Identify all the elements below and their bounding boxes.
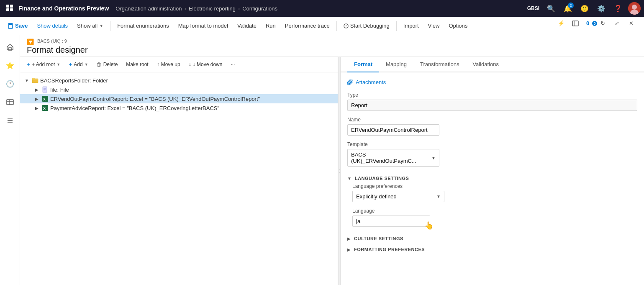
breadcrumb-config[interactable]: Configurations: [242, 5, 277, 12]
tab-transformations[interactable]: Transformations: [413, 57, 466, 72]
tree-node-root[interactable]: ▼ BACSReportsFolder: Folder: [20, 76, 338, 85]
view-button[interactable]: View: [424, 21, 444, 31]
expand-ervend-icon[interactable]: ▶: [33, 95, 40, 102]
top-nav-right: GBSI 🔍 🔔 2 🙂 ⚙️ ❓: [526, 2, 641, 15]
add-root-button[interactable]: + + Add root ▼: [23, 59, 64, 69]
add-button[interactable]: + Add ▼: [65, 59, 91, 69]
folder-icon: [32, 77, 38, 84]
sidebar-table-icon[interactable]: [2, 94, 18, 110]
name-input[interactable]: [347, 124, 439, 136]
svg-rect-0: [6, 5, 9, 8]
options-button[interactable]: Options: [444, 21, 472, 31]
run-button[interactable]: Run: [262, 21, 280, 31]
toolbar-lightning-icon[interactable]: ⚡: [558, 20, 570, 32]
filter-icon[interactable]: 🔽: [27, 39, 34, 45]
tab-mapping[interactable]: Mapping: [379, 57, 413, 72]
formatting-prefs-expand-icon: ▶: [347, 247, 351, 252]
svg-rect-8: [9, 23, 12, 25]
svg-rect-21: [43, 87, 47, 92]
toolbar-separator-1: [110, 21, 110, 31]
lang-prefs-chevron: ▼: [436, 194, 441, 199]
start-debugging-button[interactable]: Start Debugging: [339, 21, 394, 31]
toolbar-badge: 0: [592, 21, 597, 26]
move-up-button[interactable]: ↑ Move up: [154, 60, 184, 69]
tree-content: ▼ BACSReportsFolder: Folder ▶ file: File…: [20, 72, 338, 285]
type-label: Type: [347, 92, 637, 98]
avatar[interactable]: [628, 2, 641, 15]
lang-prefs-field-group: Language preferences Explicitly defined …: [352, 183, 637, 202]
app-grid-icon[interactable]: [3, 2, 17, 15]
content-area: 🔽 BACS (UK) : 9 Format designer + + Add …: [20, 35, 644, 285]
tree-node-file-label: file: File: [50, 87, 69, 93]
svg-rect-14: [7, 100, 13, 105]
validate-button[interactable]: Validate: [233, 21, 261, 31]
toolbar-sidebar-icon[interactable]: [572, 20, 584, 32]
template-field-group: Template BACS (UK)_ERVendOutPaymC... ▼: [347, 141, 637, 167]
language-input-wrapper: 👆: [352, 216, 430, 227]
svg-rect-13: [9, 48, 11, 51]
expand-file-icon[interactable]: ▶: [33, 86, 40, 93]
search-icon[interactable]: 🔍: [544, 2, 558, 15]
tab-format[interactable]: Format: [347, 57, 379, 72]
main-layout: ⭐ 🕐 🔽 BACS (UK) : 9 Format designer: [0, 35, 644, 285]
smiley-icon[interactable]: 🙂: [578, 2, 591, 15]
template-select[interactable]: BACS (UK)_ERVendOutPaymC... ▼: [347, 149, 439, 167]
language-label: Language: [352, 208, 637, 214]
svg-rect-3: [10, 8, 13, 11]
page-header: 🔽 BACS (UK) : 9 Format designer: [20, 35, 644, 57]
help-icon[interactable]: ❓: [611, 2, 625, 15]
tree-node-ervend[interactable]: ▶ X ERVendOutPaymControlReport: Excel = …: [20, 94, 338, 103]
import-button[interactable]: Import: [399, 21, 423, 31]
svg-rect-11: [572, 21, 578, 26]
gbsi-label: GBSI: [526, 5, 541, 11]
make-root-button[interactable]: Make root: [123, 60, 151, 69]
language-field-group: Language 👆: [352, 208, 637, 227]
culture-settings-header[interactable]: ▶ CULTURE SETTINGS: [347, 233, 637, 244]
notifications-icon[interactable]: 🔔 2: [561, 2, 575, 15]
page-breadcrumb: BACS (UK) : 9: [37, 39, 67, 44]
language-settings-content: Language preferences Explicitly defined …: [347, 183, 637, 227]
sidebar-star-icon[interactable]: ⭐: [2, 57, 18, 74]
show-details-button[interactable]: Show details: [33, 21, 72, 31]
tree-node-ervend-label: ERVendOutPaymControlReport: Excel = "BAC…: [50, 96, 260, 102]
breadcrumb-org[interactable]: Organization administration: [115, 5, 182, 12]
settings-icon[interactable]: ⚙️: [595, 2, 608, 15]
svg-text:X: X: [43, 97, 46, 101]
toolbar-badge-icon[interactable]: 0 0: [586, 20, 598, 32]
map-format-to-model-button[interactable]: Map format to model: [174, 21, 232, 31]
panel-content: Attachments Type Report Name Template: [341, 72, 644, 285]
show-all-button[interactable]: Show all ▼: [73, 21, 108, 31]
expand-root-icon[interactable]: ▼: [23, 77, 30, 84]
format-enumerations-button[interactable]: Format enumerations: [113, 21, 173, 31]
toolbar-refresh-icon[interactable]: ↻: [600, 20, 612, 32]
tree-node-payment[interactable]: ▶ X PaymentAdviceReport: Excel = "BACS (…: [20, 103, 338, 113]
sidebar-clock-icon[interactable]: 🕐: [2, 75, 18, 92]
sidebar-home-icon[interactable]: [2, 39, 18, 55]
toolbar-separator-2: [336, 21, 337, 31]
toolbar-separator-3: [396, 21, 397, 31]
lang-prefs-select[interactable]: Explicitly defined ▼: [352, 191, 444, 202]
save-button[interactable]: Save: [3, 21, 32, 31]
formatting-prefs-header[interactable]: ▶ FORMATTING PREFERENCES: [347, 244, 637, 254]
expand-payment-icon[interactable]: ▶: [33, 105, 40, 111]
language-settings-header[interactable]: ▼ LANGUAGE SETTINGS: [347, 172, 637, 183]
toolbar-close-icon[interactable]: ✕: [629, 20, 641, 32]
svg-text:X: X: [43, 106, 46, 110]
template-label: Template: [347, 141, 637, 147]
tree-node-payment-label: PaymentAdviceReport: Excel = "BACS (UK)_…: [50, 105, 219, 111]
toolbar-expand-icon[interactable]: ⤢: [615, 20, 626, 32]
excel-icon-2: X: [42, 105, 49, 111]
panel-tabs: Format Mapping Transformations Validatio…: [341, 57, 644, 72]
tree-node-file[interactable]: ▶ file: File: [20, 85, 338, 94]
formatting-prefs-title: FORMATTING PREFERENCES: [354, 247, 425, 252]
tab-validations[interactable]: Validations: [466, 57, 505, 72]
move-down-button[interactable]: ↓ ↓ Move down: [185, 60, 226, 69]
delete-button[interactable]: 🗑 Delete: [93, 60, 121, 69]
breadcrumb-er[interactable]: Electronic reporting: [189, 5, 236, 12]
more-button[interactable]: ···: [227, 60, 238, 69]
attachments-button[interactable]: Attachments: [347, 77, 637, 87]
performance-trace-button[interactable]: Performance trace: [281, 21, 334, 31]
sidebar-list-icon[interactable]: [2, 112, 18, 129]
language-input[interactable]: [352, 216, 430, 227]
toolbar: Save Show details Show all ▼ Format enum…: [0, 17, 644, 35]
